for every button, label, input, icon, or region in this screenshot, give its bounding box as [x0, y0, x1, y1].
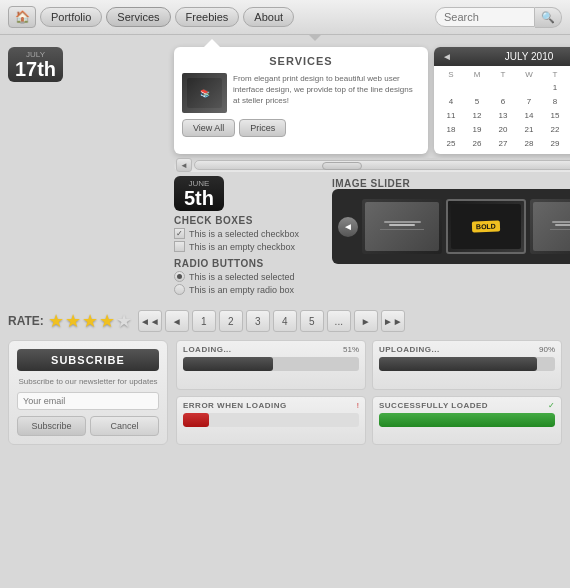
checkbox-label-1: This is a selected checkbox — [189, 229, 299, 239]
search-area: 🔍 — [435, 7, 562, 28]
cal-day[interactable]: 12 — [464, 109, 490, 122]
nav-freebies[interactable]: Freebies — [175, 7, 240, 27]
search-button[interactable]: 🔍 — [535, 7, 562, 28]
star-4[interactable]: ★ — [99, 310, 115, 332]
cal-day[interactable]: 8 — [542, 95, 568, 108]
pagination-next-button[interactable]: ► — [354, 310, 378, 332]
page-5-button[interactable]: 5 — [300, 310, 324, 332]
cal-day[interactable]: 27 — [490, 137, 516, 150]
services-box: SERVICES 📚 From elegant print design to … — [174, 47, 428, 154]
progress-section: LOADING... 51% UPLOADING... 90% ERROR WH… — [176, 340, 562, 445]
loading-fill — [183, 357, 273, 371]
pagination-last-button[interactable]: ►► — [381, 310, 405, 332]
subscribe-button[interactable]: Subscribe — [17, 416, 86, 436]
cal-day[interactable]: 28 — [516, 137, 542, 150]
page-4-button[interactable]: 4 — [273, 310, 297, 332]
calendar-box: ◄ JULY 2010 ► S M T W T F S — [434, 47, 570, 154]
cal-day[interactable]: 26 — [464, 137, 490, 150]
star-1[interactable]: ★ — [48, 310, 64, 332]
date-badge-july: July 17th — [8, 47, 63, 82]
uploading-fill — [379, 357, 537, 371]
cal-day[interactable]: 19 — [464, 123, 490, 136]
scroll-left-button[interactable]: ◄ — [176, 158, 192, 172]
checkbox-1[interactable] — [174, 228, 185, 239]
services-title: SERVICES — [182, 55, 420, 67]
slider-panel: IMAGE SLIDER ◄ — [332, 176, 570, 295]
cal-day[interactable]: 1 — [542, 81, 568, 94]
prices-button[interactable]: Prices — [239, 119, 286, 137]
radio-2[interactable] — [174, 284, 185, 295]
cal-day[interactable]: 6 — [490, 95, 516, 108]
cal-day[interactable] — [438, 81, 464, 94]
cal-day[interactable] — [490, 81, 516, 94]
cal-day[interactable]: 25 — [438, 137, 464, 150]
success-fill — [379, 413, 555, 427]
scrollbar-thumb[interactable] — [322, 162, 362, 170]
error-fill — [183, 413, 209, 427]
horizontal-scrollbar[interactable]: ◄ ► — [174, 158, 570, 172]
page-1-button[interactable]: 1 — [192, 310, 216, 332]
uploading-track — [379, 357, 555, 371]
subscribe-header-button[interactable]: SUBSCRIBE — [17, 349, 159, 371]
nav-portfolio[interactable]: Portfolio — [40, 7, 102, 27]
radio-1[interactable] — [174, 271, 185, 282]
scrollbar-track — [194, 160, 570, 170]
error-icon: ! — [357, 401, 359, 410]
slider-images: BOLD — [362, 199, 570, 254]
slider-prev-button[interactable]: ◄ — [338, 217, 358, 237]
radio-title: RADIO BUTTONS — [174, 258, 324, 269]
cal-day[interactable]: 21 — [516, 123, 542, 136]
pagination: ◄◄ ◄ 1 2 3 4 5 ... ► ►► — [138, 310, 562, 332]
cal-day[interactable]: 4 — [438, 95, 464, 108]
slider-image-3 — [530, 199, 570, 254]
loading-track — [183, 357, 359, 371]
checkbox-label-2: This is an empty checkbox — [189, 242, 295, 252]
cancel-button[interactable]: Cancel — [90, 416, 159, 436]
nav-services[interactable]: Services — [106, 7, 170, 27]
cal-day[interactable] — [464, 81, 490, 94]
uploading-pct: 90% — [539, 345, 555, 354]
cal-day[interactable]: 15 — [542, 109, 568, 122]
cal-day[interactable]: 11 — [438, 109, 464, 122]
pagination-prev-button[interactable]: ◄ — [165, 310, 189, 332]
loading-pct: 51% — [343, 345, 359, 354]
email-input[interactable] — [17, 392, 159, 410]
stars[interactable]: ★ ★ ★ ★ ★ — [48, 310, 132, 332]
success-label: SUCCESSFULLY LOADED — [379, 401, 488, 410]
nav-about[interactable]: About — [243, 7, 294, 27]
cal-prev-button[interactable]: ◄ — [442, 51, 452, 62]
cal-day[interactable]: 20 — [490, 123, 516, 136]
checkbox-row-1: This is a selected checkbox — [174, 228, 324, 239]
uploading-header: UPLOADING... 90% — [379, 345, 555, 354]
check-radio-panel: June 5th CHECK BOXES This is a selected … — [174, 176, 324, 295]
page-3-button[interactable]: 3 — [246, 310, 270, 332]
newsletter-description: Subscribe to our newsletter for updates — [17, 377, 159, 386]
services-description: From elegant print design to beautiful w… — [233, 73, 420, 107]
newsletter-box: SUBSCRIBE Subscribe to our newsletter fo… — [8, 340, 168, 445]
page-dots-button[interactable]: ... — [327, 310, 351, 332]
checkbox-2[interactable] — [174, 241, 185, 252]
page-2-button[interactable]: 2 — [219, 310, 243, 332]
home-button[interactable]: 🏠 — [8, 6, 36, 28]
star-2[interactable]: ★ — [65, 310, 81, 332]
checkbox-row-2: This is an empty checkbox — [174, 241, 324, 252]
pagination-first-button[interactable]: ◄◄ — [138, 310, 162, 332]
cal-day[interactable] — [516, 81, 542, 94]
slider-title: IMAGE SLIDER — [332, 178, 570, 189]
star-3[interactable]: ★ — [82, 310, 98, 332]
calendar-days: 1 2 3 4 5 6 7 8 9 10 11 — [438, 81, 570, 150]
cal-day[interactable]: 14 — [516, 109, 542, 122]
cal-day[interactable]: 13 — [490, 109, 516, 122]
cal-day[interactable]: 29 — [542, 137, 568, 150]
calendar-month-label: JULY 2010 — [505, 51, 554, 62]
view-all-button[interactable]: View All — [182, 119, 235, 137]
cal-day[interactable]: 22 — [542, 123, 568, 136]
uploading-label: UPLOADING... — [379, 345, 440, 354]
cal-day[interactable]: 7 — [516, 95, 542, 108]
services-content: 📚 From elegant print design to beautiful… — [182, 73, 420, 113]
cal-day[interactable]: 18 — [438, 123, 464, 136]
cal-day[interactable]: 5 — [464, 95, 490, 108]
search-input[interactable] — [435, 7, 535, 27]
star-5[interactable]: ★ — [116, 310, 132, 332]
rate-label: RATE: — [8, 314, 44, 328]
